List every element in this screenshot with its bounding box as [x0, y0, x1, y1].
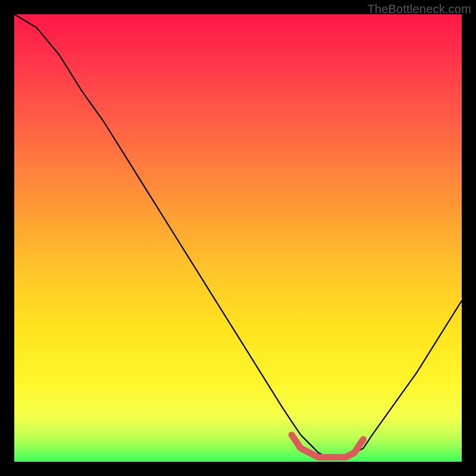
chart-frame	[14, 14, 462, 462]
optimal-band-line	[292, 435, 363, 458]
chart-svg	[14, 14, 462, 462]
bottleneck-curve-line	[14, 14, 462, 458]
